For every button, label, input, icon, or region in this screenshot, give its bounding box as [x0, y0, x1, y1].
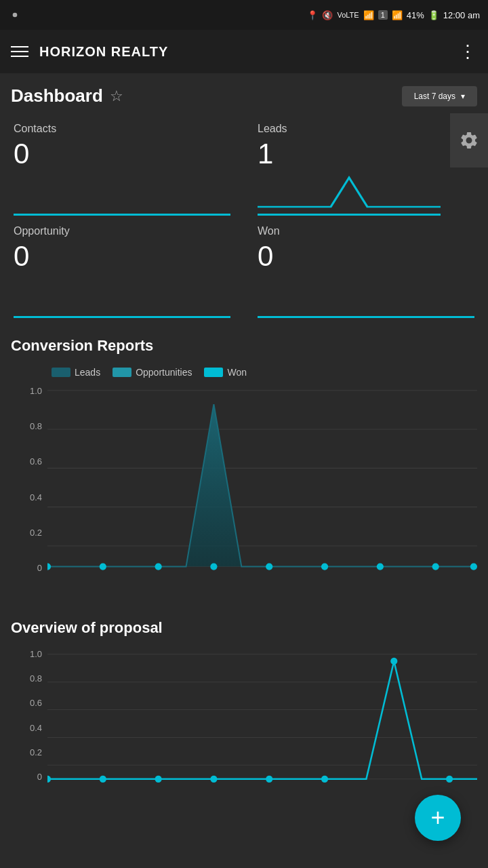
- svg-point-0: [13, 13, 18, 18]
- ov-dot-6: [321, 776, 328, 783]
- legend-won-label: Won: [227, 367, 247, 378]
- chart-dot-7: [377, 563, 384, 570]
- won-chart: [258, 277, 474, 311]
- stats-bottom-row: Opportunity 0 Won 0: [0, 216, 488, 318]
- legend-won: Won: [204, 367, 247, 378]
- dashboard-header: Dashboard ☆ Last 7 days ▾: [0, 73, 488, 113]
- date-filter-dropdown[interactable]: Last 7 days ▾: [402, 86, 477, 106]
- ov-y-label-5: 0.2: [11, 747, 42, 757]
- opportunity-chart: [14, 277, 230, 311]
- chart-dot-1: [47, 563, 51, 570]
- legend-won-box: [204, 368, 223, 377]
- chart-dot-5: [266, 563, 272, 570]
- wifi-icon: 📶: [363, 10, 374, 20]
- chart-dot-9: [470, 563, 477, 570]
- won-label: Won: [258, 225, 474, 237]
- conversion-reports-section: Conversion Reports Leads Opportunities W…: [0, 318, 488, 600]
- stats-top-row: Contacts 0 Leads 1: [0, 113, 488, 216]
- contacts-value: 0: [14, 138, 230, 170]
- legend-leads-label: Leads: [75, 367, 100, 378]
- opportunity-value: 0: [14, 240, 230, 273]
- overview-proposal-title: Overview of proposal: [11, 619, 477, 637]
- leads-label: Leads: [258, 123, 441, 135]
- y-label-6: 0: [11, 563, 42, 573]
- date-filter-label: Last 7 days: [414, 92, 455, 101]
- legend-opportunities-label: Opportunities: [136, 367, 192, 378]
- overview-proposal-section: Overview of proposal 1.0 0.8 0.6 0.4 0.2…: [0, 600, 488, 809]
- won-value: 0: [258, 240, 474, 273]
- chart-dot-6: [321, 563, 328, 570]
- gear-icon: [459, 130, 479, 151]
- chart-dot-8: [432, 563, 439, 570]
- leads-chart: [258, 174, 441, 208]
- contacts-stat: Contacts 0: [0, 113, 244, 216]
- dashboard-title: Dashboard: [11, 85, 103, 106]
- won-stat: Won 0: [244, 216, 488, 318]
- more-options-button[interactable]: ⋮: [459, 41, 477, 62]
- signal-bars: 📶: [392, 10, 403, 20]
- svg-marker-7: [47, 404, 477, 566]
- add-icon: +: [430, 804, 445, 832]
- conversion-reports-title: Conversion Reports: [11, 337, 477, 355]
- ov-y-label-6: 0: [11, 772, 42, 782]
- chart-legend: Leads Opportunities Won: [11, 367, 477, 378]
- status-right: 📍 🔇 VoLTE 📶 1 📶 41% 🔋 12:00 am: [307, 10, 480, 20]
- topnav: HORIZON REALTY ⋮: [0, 30, 488, 73]
- chevron-down-icon: ▾: [461, 92, 465, 101]
- opportunity-line: [14, 316, 230, 318]
- opportunity-stat: Opportunity 0: [0, 216, 244, 318]
- y-label-5: 0.2: [11, 528, 42, 538]
- won-line: [258, 316, 474, 318]
- legend-opportunities-box: [113, 368, 131, 377]
- ov-y-label-1: 1.0: [11, 649, 42, 659]
- dashboard-title-row: Dashboard ☆: [11, 85, 123, 106]
- conversion-chart-svg: [47, 386, 477, 589]
- clock: 12:00 am: [443, 10, 480, 20]
- contacts-chart: [14, 174, 230, 208]
- opportunity-label: Opportunity: [14, 225, 230, 237]
- mute-icon: 🔇: [322, 10, 333, 20]
- contacts-label: Contacts: [14, 123, 230, 135]
- legend-leads: Leads: [52, 367, 100, 378]
- y-label-1: 1.0: [11, 386, 42, 396]
- ov-dot-4: [210, 776, 217, 783]
- status-bar: 📍 🔇 VoLTE 📶 1 📶 41% 🔋 12:00 am: [0, 0, 488, 30]
- ov-dot-7: [390, 658, 397, 665]
- notification-icon: [8, 8, 22, 22]
- ov-dot-8: [446, 776, 453, 783]
- leads-value: 1: [258, 138, 441, 170]
- volte-indicator: VoLTE: [337, 11, 359, 19]
- ov-dot-5: [266, 776, 272, 783]
- location-icon: 📍: [307, 10, 318, 20]
- ov-dot-1: [47, 776, 51, 783]
- overview-chart-area: 1.0 0.8 0.6 0.4 0.2 0: [11, 649, 477, 798]
- sim-icon: 1: [378, 10, 388, 20]
- ov-y-label-3: 0.6: [11, 698, 42, 708]
- legend-opportunities: Opportunities: [113, 367, 192, 378]
- favorite-star-icon[interactable]: ☆: [110, 87, 123, 105]
- ov-dot-3: [155, 776, 162, 783]
- y-axis-labels: 1.0 0.8 0.6 0.4 0.2 0: [11, 386, 47, 589]
- chart-dot-2: [100, 563, 106, 570]
- overview-y-axis-labels: 1.0 0.8 0.6 0.4 0.2 0: [11, 649, 47, 798]
- ov-y-label-4: 0.4: [11, 723, 42, 733]
- overview-chart-svg: [47, 649, 477, 798]
- ov-y-label-2: 0.8: [11, 673, 42, 684]
- add-fab-button[interactable]: +: [415, 795, 461, 841]
- conversion-chart-area: 1.0 0.8 0.6 0.4 0.2 0: [11, 386, 477, 589]
- hamburger-menu[interactable]: [11, 46, 28, 57]
- status-left: [8, 8, 22, 22]
- y-label-3: 0.6: [11, 456, 42, 467]
- leads-curve-svg: [258, 174, 441, 208]
- ov-dot-2: [100, 776, 106, 783]
- chart-dot-3: [155, 563, 162, 570]
- app-title: HORIZON REALTY: [39, 44, 168, 60]
- settings-button[interactable]: [450, 113, 488, 167]
- y-label-2: 0.8: [11, 421, 42, 431]
- chart-dot-4: [210, 563, 217, 570]
- battery-percent: 41%: [407, 10, 424, 20]
- legend-leads-box: [52, 368, 70, 377]
- battery-icon: 🔋: [428, 10, 439, 20]
- y-label-4: 0.4: [11, 492, 42, 502]
- topnav-left: HORIZON REALTY: [11, 44, 168, 60]
